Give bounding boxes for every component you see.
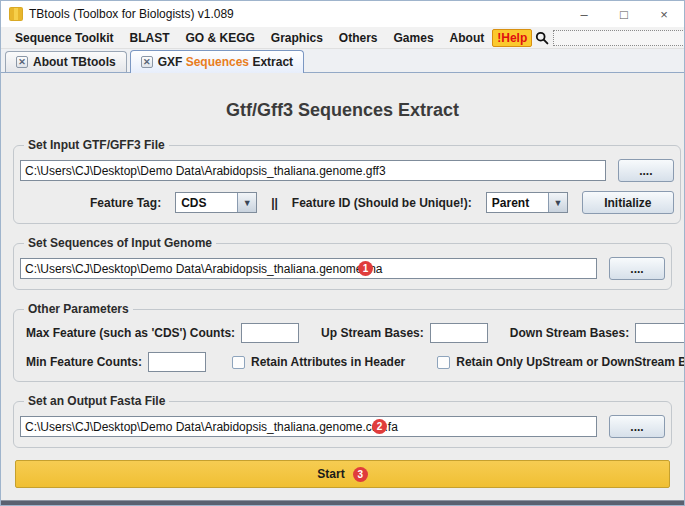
- group-input-gff: Set Input GTF/GFF3 File .... Feature Tag…: [13, 138, 681, 224]
- tab-gxf-label: GXF Sequences Extract: [158, 55, 293, 69]
- feature-id-select[interactable]: Parent ▼: [486, 192, 568, 213]
- group-input-genome: Set Sequences of Input Genome 1 ....: [13, 236, 672, 290]
- menu-sequence-toolkit[interactable]: Sequence Toolkit: [7, 31, 121, 45]
- min-feature-label: Min Feature Counts:: [26, 355, 142, 369]
- tab-close-icon[interactable]: ✕: [16, 56, 28, 68]
- maximize-button[interactable]: □: [604, 1, 644, 27]
- title-bar: TBtools (Toolbox for Biologists) v1.089 …: [1, 1, 684, 27]
- feature-id-label: Feature ID (Should be Unique!):: [292, 196, 472, 210]
- minimize-button[interactable]: –: [564, 1, 604, 27]
- window-title: TBtools (Toolbox for Biologists) v1.089: [29, 7, 234, 21]
- genome-path-input[interactable]: [20, 258, 597, 279]
- tab-close-icon[interactable]: ✕: [141, 56, 153, 68]
- retain-updown-label: Retain Only UpStream or DownStream Bases: [456, 355, 685, 369]
- search-input[interactable]: [553, 30, 685, 46]
- feature-tag-label: Feature Tag:: [90, 196, 161, 210]
- gff-browse-button[interactable]: ....: [618, 159, 674, 182]
- tool-panel: Gtf/Gff3 Sequences Extract Set Input GTF…: [1, 73, 684, 505]
- output-path-input[interactable]: [20, 416, 597, 437]
- chevron-down-icon: ▼: [548, 193, 567, 212]
- separator: ||: [271, 196, 278, 210]
- group-output-fasta: Set an Output Fasta File 2 ....: [13, 394, 672, 448]
- menu-graphics[interactable]: Graphics: [263, 31, 331, 45]
- min-feature-input[interactable]: [148, 352, 206, 372]
- menu-blast[interactable]: BLAST: [121, 31, 177, 45]
- group-input-gff-legend: Set Input GTF/GFF3 File: [24, 138, 169, 152]
- tab-strip: ✕ About TBtools ✕ GXF Sequences Extract: [1, 49, 684, 73]
- group-output-fasta-legend: Set an Output Fasta File: [24, 394, 169, 408]
- close-button[interactable]: ×: [644, 1, 684, 27]
- up-stream-label: Up Stream Bases:: [321, 326, 424, 340]
- menu-others[interactable]: Others: [331, 31, 386, 45]
- app-window: TBtools (Toolbox for Biologists) v1.089 …: [0, 0, 685, 506]
- max-feature-input[interactable]: [241, 323, 299, 343]
- down-stream-label: Down Stream Bases:: [510, 326, 629, 340]
- window-controls: – □ ×: [564, 1, 684, 27]
- search-icon: [535, 31, 549, 45]
- chevron-down-icon: ▼: [237, 193, 256, 212]
- start-button[interactable]: Start 3: [15, 460, 670, 488]
- bottom-edge-strip: [1, 500, 684, 505]
- feature-tag-select[interactable]: CDS ▼: [175, 192, 257, 213]
- group-other-parameters: Other Parameters Max Feature (such as 'C…: [13, 302, 685, 382]
- initialize-button[interactable]: Initialize: [582, 191, 674, 214]
- tbtools-logo-icon: [9, 7, 23, 21]
- tab-about-label: About TBtools: [33, 55, 116, 69]
- output-browse-button[interactable]: ....: [609, 415, 665, 438]
- retain-attributes-label: Retain Attributes in Header: [251, 355, 405, 369]
- down-stream-input[interactable]: [635, 323, 685, 343]
- gff-path-input[interactable]: [20, 160, 606, 181]
- genome-browse-button[interactable]: ....: [609, 257, 665, 280]
- start-button-label: Start: [317, 467, 344, 481]
- tab-gxf-sequences-extract[interactable]: ✕ GXF Sequences Extract: [130, 50, 304, 73]
- up-stream-input[interactable]: [430, 323, 488, 343]
- menu-games[interactable]: Games: [386, 31, 442, 45]
- group-other-parameters-legend: Other Parameters: [24, 302, 133, 316]
- annotation-badge-3: 3: [353, 467, 368, 482]
- retain-updown-checkbox[interactable]: [437, 356, 450, 369]
- page-title: Gtf/Gff3 Sequences Extract: [13, 100, 672, 121]
- menu-bar: Sequence Toolkit BLAST GO & KEGG Graphic…: [1, 27, 684, 49]
- max-feature-label: Max Feature (such as 'CDS') Counts:: [26, 326, 235, 340]
- menu-go-kegg[interactable]: GO & KEGG: [177, 31, 262, 45]
- help-button[interactable]: !Help: [492, 29, 532, 47]
- tab-about-tbtools[interactable]: ✕ About TBtools: [5, 51, 127, 72]
- retain-attributes-checkbox[interactable]: [232, 356, 245, 369]
- menu-about[interactable]: About: [442, 31, 493, 45]
- group-input-genome-legend: Set Sequences of Input Genome: [24, 236, 216, 250]
